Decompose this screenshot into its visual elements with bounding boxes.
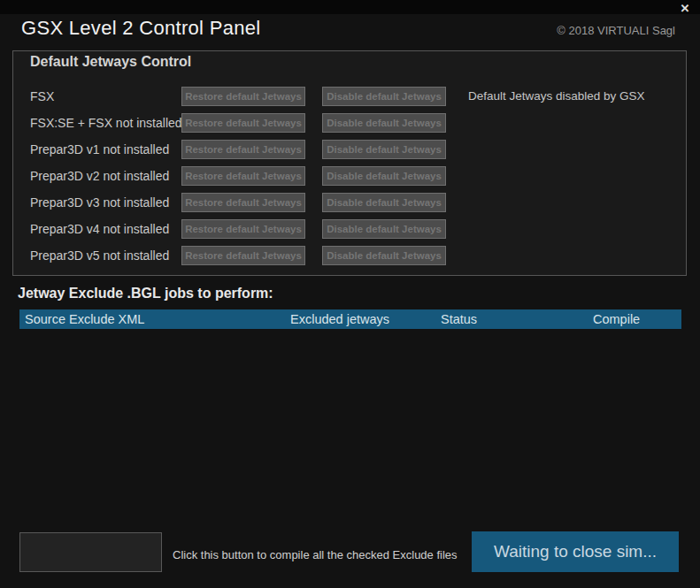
copyright-text: © 2018 VIRTUALI Sagl: [557, 24, 675, 37]
sim-label: FSX:SE + FSX not installed: [30, 113, 182, 133]
column-header-status: Status: [441, 309, 477, 329]
disable-default-jetways-button[interactable]: Disable default Jetways: [322, 246, 446, 265]
sim-label: Prepar3D v1 not installed: [30, 140, 169, 159]
column-header-source-exclude-xml: Source Exclude XML: [25, 309, 144, 329]
disable-default-jetways-button[interactable]: Disable default Jetways: [322, 219, 446, 239]
sim-label: Prepar3D v2 not installed: [30, 166, 169, 186]
sim-label: Prepar3D v4 not installed: [30, 219, 169, 239]
sim-row-p3dv4: Prepar3D v4 not installed Restore defaul…: [13, 219, 686, 239]
page-title: GSX Level 2 Control Panel: [21, 17, 260, 40]
sim-row-p3dv2: Prepar3D v2 not installed Restore defaul…: [13, 166, 686, 186]
disable-default-jetways-button[interactable]: Disable default Jetways: [322, 166, 446, 186]
disable-default-jetways-button[interactable]: Disable default Jetways: [322, 87, 446, 106]
restore-default-jetways-button[interactable]: Restore default Jetways: [181, 193, 305, 212]
disable-default-jetways-button[interactable]: Disable default Jetways: [322, 193, 446, 212]
sim-row-fsx: FSX Restore default Jetways Disable defa…: [13, 87, 686, 106]
default-jetways-control-group: Default Jetways Control FSX Restore defa…: [12, 50, 687, 276]
restore-default-jetways-button[interactable]: Restore default Jetways: [181, 113, 305, 133]
exclude-jobs-heading: Jetway Exclude .BGL jobs to perform:: [18, 286, 273, 302]
title-bar: [0, 0, 700, 14]
exclude-jobs-table-body: [19, 329, 681, 515]
restore-default-jetways-button[interactable]: Restore default Jetways: [181, 219, 305, 239]
compile-all-button[interactable]: [19, 532, 162, 572]
restore-default-jetways-button[interactable]: Restore default Jetways: [181, 246, 305, 265]
waiting-to-close-sim-button[interactable]: Waiting to close sim...: [472, 531, 679, 572]
disable-default-jetways-button[interactable]: Disable default Jetways: [322, 140, 446, 159]
sim-row-p3dv5: Prepar3D v5 not installed Restore defaul…: [13, 246, 686, 265]
restore-default-jetways-button[interactable]: Restore default Jetways: [181, 87, 305, 106]
sim-label: Prepar3D v3 not installed: [30, 193, 169, 212]
column-header-compile: Compile: [593, 309, 640, 329]
restore-default-jetways-button[interactable]: Restore default Jetways: [181, 166, 305, 186]
jetways-status-text: Default Jetways disabled by GSX: [468, 87, 645, 106]
sim-label: Prepar3D v5 not installed: [30, 246, 169, 265]
exclude-jobs-table-header: Source Exclude XML Excluded jetways Stat…: [19, 309, 681, 329]
column-header-excluded-jetways: Excluded jetways: [290, 309, 389, 329]
group-title: Default Jetways Control: [30, 54, 191, 70]
disable-default-jetways-button[interactable]: Disable default Jetways: [322, 113, 446, 133]
sim-row-p3dv1: Prepar3D v1 not installed Restore defaul…: [13, 140, 686, 159]
sim-label: FSX: [30, 87, 54, 106]
close-icon[interactable]: ✕: [677, 2, 693, 16]
restore-default-jetways-button[interactable]: Restore default Jetways: [181, 140, 305, 159]
sim-row-fsxse: FSX:SE + FSX not installed Restore defau…: [13, 113, 686, 133]
compile-hint-text: Click this button to compile all the che…: [173, 548, 458, 561]
sim-row-p3dv3: Prepar3D v3 not installed Restore defaul…: [13, 193, 686, 212]
